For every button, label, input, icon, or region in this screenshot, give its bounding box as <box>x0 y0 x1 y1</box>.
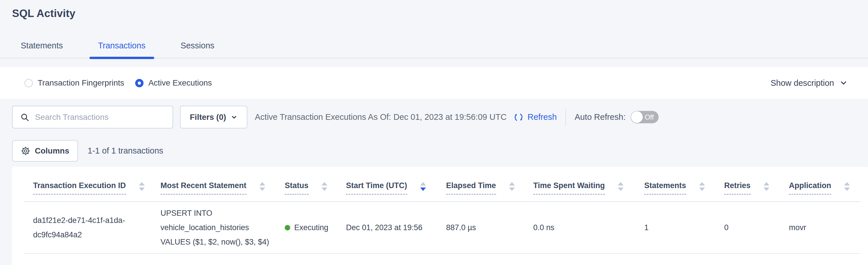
table-header-row: Transaction Execution ID Most Recent Sta… <box>24 167 860 202</box>
cell-elapsed-time: 887.0 µs <box>437 220 524 235</box>
sort-carets-icon[interactable] <box>699 182 705 191</box>
auto-refresh-toggle[interactable]: Off <box>631 111 659 123</box>
search-input[interactable] <box>35 113 167 122</box>
sort-carets-icon[interactable] <box>618 182 623 191</box>
columns-button[interactable]: Columns <box>12 140 78 162</box>
result-count: 1-1 of 1 transactions <box>88 146 163 156</box>
sql-activity-page: SQL Activity Statements Transactions Ses… <box>0 0 868 265</box>
transactions-table-card: Transaction Execution ID Most Recent Sta… <box>12 167 868 265</box>
column-header-retries[interactable]: Retries <box>715 181 779 201</box>
column-header-start-time[interactable]: Start Time (UTC) <box>337 181 437 201</box>
tab-bar: Statements Transactions Sessions <box>0 41 868 58</box>
refresh-label: Refresh <box>527 112 557 122</box>
sort-carets-icon[interactable] <box>764 182 769 191</box>
toggle-state-label: Off <box>645 113 654 121</box>
cell-most-recent-statement: UPSERT INTO vehicle_location_histories V… <box>151 206 275 249</box>
status-dot-icon <box>285 225 290 231</box>
chevron-down-icon <box>839 79 848 87</box>
tab-statements[interactable]: Statements <box>12 41 72 58</box>
filters-button[interactable]: Filters (0) <box>180 106 247 129</box>
sort-carets-icon[interactable] <box>844 182 850 191</box>
status-label: Executing <box>294 220 329 235</box>
show-description-toggle[interactable]: Show description <box>771 78 848 88</box>
columns-label: Columns <box>35 146 69 156</box>
sort-carets-icon[interactable] <box>509 182 515 191</box>
auto-refresh-label: Auto Refresh: <box>575 112 625 122</box>
refresh-icon <box>514 112 524 123</box>
cell-time-spent-waiting: 0.0 ns <box>524 220 635 235</box>
statement-text: UPSERT INTO vehicle_location_histories V… <box>160 206 275 249</box>
page-title: SQL Activity <box>0 0 868 20</box>
radio-active-executions[interactable]: Active Executions <box>135 78 212 87</box>
column-header-transaction-execution-id[interactable]: Transaction Execution ID <box>24 181 151 201</box>
tab-sessions[interactable]: Sessions <box>172 41 223 58</box>
tab-transactions[interactable]: Transactions <box>89 41 154 58</box>
column-header-application[interactable]: Application <box>779 181 860 201</box>
as-of-timestamp: Active Transaction Executions As Of: Dec… <box>255 112 506 122</box>
refresh-button[interactable]: Refresh <box>514 112 557 123</box>
table-controls: Columns 1-1 of 1 transactions <box>0 140 868 162</box>
gear-icon <box>21 146 30 156</box>
vertical-divider <box>565 109 566 126</box>
radio-label: Transaction Fingerprints <box>38 78 124 87</box>
search-box[interactable] <box>12 106 173 129</box>
sort-carets-icon[interactable] <box>139 182 145 191</box>
radio-transaction-fingerprints[interactable]: Transaction Fingerprints <box>25 78 124 87</box>
column-header-most-recent-statement[interactable]: Most Recent Statement <box>151 181 275 201</box>
sort-carets-icon-active-desc[interactable] <box>420 182 426 191</box>
search-icon <box>20 113 29 122</box>
column-header-time-spent-waiting[interactable]: Time Spent Waiting <box>524 181 635 201</box>
cell-transaction-execution-id[interactable]: da1f21e2-de71-4c1f-a1da-dc9fc94a84a2 <box>24 213 151 242</box>
chevron-down-icon <box>231 114 238 121</box>
radio-label: Active Executions <box>148 78 212 87</box>
cell-application: movr <box>779 220 860 235</box>
transactions-table: Transaction Execution ID Most Recent Sta… <box>24 167 860 254</box>
sort-carets-icon[interactable] <box>259 182 265 191</box>
sort-carets-icon[interactable] <box>321 182 327 191</box>
column-header-elapsed-time[interactable]: Elapsed Time <box>437 181 524 201</box>
radio-selected-icon[interactable] <box>135 79 144 87</box>
toolbar: Filters (0) Active Transaction Execution… <box>0 106 868 129</box>
filters-label: Filters (0) <box>190 113 226 122</box>
execution-id-link[interactable]: da1f21e2-de71-4c1f-a1da-dc9fc94a84a2 <box>33 213 140 242</box>
toggle-knob[interactable] <box>631 111 643 123</box>
radio-unselected-icon[interactable] <box>25 79 33 87</box>
column-header-statements[interactable]: Statements <box>635 181 715 201</box>
cell-statements: 1 <box>635 220 715 235</box>
cell-status: Executing <box>275 220 337 235</box>
view-mode-bar: Transaction Fingerprints Active Executio… <box>0 67 868 99</box>
table-row: da1f21e2-de71-4c1f-a1da-dc9fc94a84a2 UPS… <box>24 202 860 254</box>
cell-start-time: Dec 01, 2023 at 19:56 <box>337 220 437 235</box>
column-header-status[interactable]: Status <box>275 181 337 201</box>
cell-retries: 0 <box>715 220 779 235</box>
show-description-label: Show description <box>771 78 834 88</box>
